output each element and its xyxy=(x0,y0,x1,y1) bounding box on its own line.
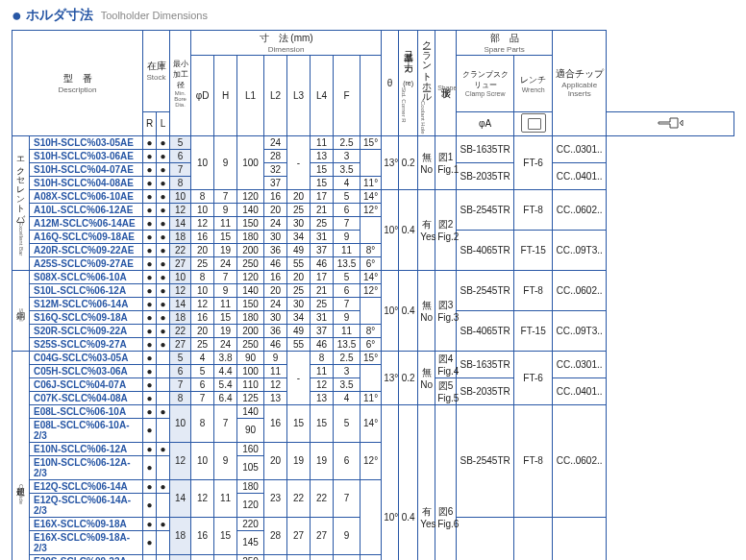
hdr-L3: L3 xyxy=(287,56,311,136)
bullet-icon: ● xyxy=(12,6,22,25)
table-row: S12M-SCLC%06-14A1412111502430257 xyxy=(12,297,734,310)
table-row: A20R-SCLC%09-22AE222019200364937118° xyxy=(12,243,734,256)
dimension-table: 型 番Description 在庫Stock 最小加工径Min. Bore Di… xyxy=(12,30,734,560)
table-row: S10H-SCLC%04-08AE83715411° xyxy=(12,176,734,189)
group-label: 鋼Steel xyxy=(12,270,30,351)
hdr-L2: L2 xyxy=(264,56,287,136)
hdr-L1: L1 xyxy=(237,56,264,136)
table-row: E08L-SCLC%06-10A1087140161515514° 10°0.4… xyxy=(12,404,734,418)
hdr-theta: θ xyxy=(382,31,399,136)
hdr-wrench-icon xyxy=(607,111,734,135)
hdr-minbore: 最小加工径Min. Bore Dia. xyxy=(170,31,191,136)
table-row: A10L-SCLC%06-12AE12109140202521612° xyxy=(12,203,734,216)
group-label: 超硬Carbide xyxy=(12,351,30,560)
hdr-wrench: レンチWrench xyxy=(514,56,553,112)
table-row: E12Q-SCLC%06-14A1412111802322227 xyxy=(12,479,734,493)
hdr-inserts: 適合チップApplicable Inserts xyxy=(553,31,607,136)
table-row: A25S-SCLC%09-27AE27252425046554613.56° xyxy=(12,256,734,270)
hdr-H: H xyxy=(214,56,237,136)
table-row: S10H-SCLC%03-06AE628133 xyxy=(12,149,734,162)
title-en: Toolholder Dimensions xyxy=(101,10,208,21)
hdr-phiA: φA xyxy=(457,111,514,135)
table-row: S25S-SCLC%09-27A27252425046554613.56° xyxy=(12,337,734,351)
group-label: エクセレントバーExcellent Bar xyxy=(12,135,30,270)
hdr-F: F xyxy=(334,56,361,136)
table-row: A08X-SCLC%06-10AE1087120162017514° 10°0.… xyxy=(12,189,734,203)
hdr-description: 型 番Description xyxy=(12,31,143,136)
hdr-shape: 形状Shape xyxy=(435,31,457,136)
hdr-clamp-icon xyxy=(514,111,553,135)
title-jp: ホルダ寸法 xyxy=(26,7,93,22)
hdr-L4: L4 xyxy=(311,56,334,136)
hdr-phiD: φD xyxy=(191,56,214,136)
table-row: 鋼Steel S08X-SCLC%06-10A1087120162017514°… xyxy=(12,270,734,283)
table-row: E10N-SCLC%06-12A12109160201919612° xyxy=(12,442,734,455)
page-title: ● ホルダ寸法 Toolholder Dimensions xyxy=(12,6,736,26)
table-row: E20S-SCLC%09-22A222019250323131118° xyxy=(12,554,734,560)
hdr-spare: 部 品Spare Parts xyxy=(457,31,553,56)
wrench-icon xyxy=(657,114,684,132)
hdr-stock: 在庫Stock xyxy=(143,31,170,112)
table-row: A12M-SCLC%06-14AE1412111502430257 xyxy=(12,216,734,230)
hdr-clamp: クランプスクリューClamp Screw xyxy=(457,56,514,112)
table-row: C07K-SCLC%04-08A876.41251313411° xyxy=(12,391,734,404)
hdr-coolant: クーラントホールCoolant Hole xyxy=(418,31,435,136)
table-row: エクセレントバーExcellent Bar S10H-SCLC%03-05AE … xyxy=(12,135,734,149)
table-row: C05H-SCLC%03-06A654.410011113 xyxy=(12,364,734,377)
clamp-screw-icon xyxy=(521,113,546,133)
hdr-theta2 xyxy=(361,56,382,136)
table-row: S20R-SCLC%09-22A222019200364937118° xyxy=(12,324,734,337)
table-row: 超硬Carbide C04G-SCLC%03-05A543.8909-82.51… xyxy=(12,351,734,364)
hdr-cornerR: 基準コーナR(re)Std. Corner R xyxy=(399,31,418,136)
hdr-dim: 寸 法 (mm)Dimension xyxy=(191,31,382,56)
hdr-L: L xyxy=(157,111,170,135)
hdr-R: R xyxy=(143,111,157,135)
table-row: S10L-SCLC%06-12A12109140202521612° xyxy=(12,283,734,297)
model: S10H-SCLC%03-05AE xyxy=(30,135,143,149)
